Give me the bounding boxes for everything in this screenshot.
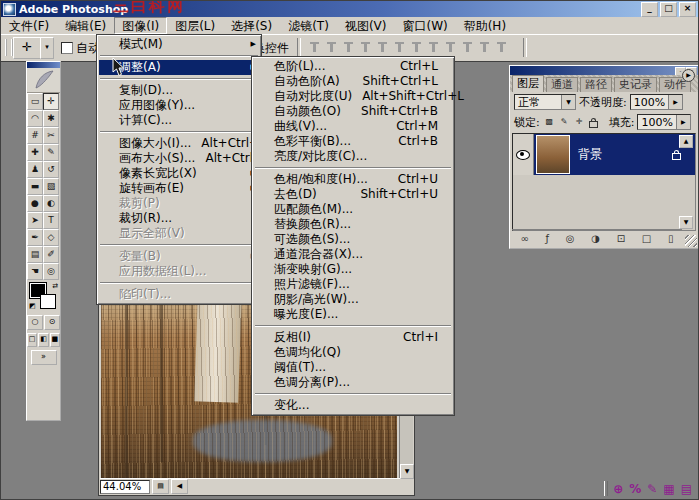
menu-item[interactable]: 画布大小(S)... Alt+Ctrl+C ▶ — [99, 151, 259, 166]
tool-preset-button[interactable]: ✛ — [13, 37, 41, 59]
menu-item[interactable]: 曝光度(E)... ▶ — [254, 307, 452, 322]
layer-mask-icon[interactable]: ◎ — [566, 233, 575, 244]
background-color-swatch[interactable] — [40, 294, 56, 309]
lasso-tool[interactable]: ◠ — [27, 110, 43, 127]
menu-item[interactable]: 匹配颜色(M)... ▶ — [254, 202, 452, 217]
palette-tab[interactable]: 图层 — [512, 75, 544, 92]
menu-item[interactable]: 色调均化(Q) ▶ — [254, 345, 452, 360]
visibility-cell[interactable] — [513, 134, 534, 175]
soft-keyboard-icon[interactable]: ▦ — [663, 482, 674, 496]
hand-tool[interactable]: ☚ — [27, 263, 43, 280]
menu-item[interactable]: 应用图像(Y)... ▶ — [99, 98, 259, 113]
menu-item[interactable]: 色相/饱和度(H)... Ctrl+U ▶ — [254, 172, 452, 187]
menu-item[interactable]: 去色(D) Shift+Ctrl+U ▶ — [254, 187, 452, 202]
palette-tab[interactable]: 史记录 — [614, 77, 657, 92]
spinner-icon[interactable]: ▶ — [668, 95, 682, 109]
menu-item[interactable]: 阈值(T)... ▶ — [254, 360, 452, 375]
menu-item[interactable]: 替换颜色(R)... ▶ — [254, 217, 452, 232]
menu-item[interactable]: 变化... ▶ — [254, 398, 452, 413]
palette-tab[interactable]: 路径 — [580, 77, 612, 92]
language-options-icon[interactable]: ▤ — [681, 482, 692, 496]
swap-colors-icon[interactable]: ⇄ — [52, 282, 58, 290]
distribute-bottom-edges-icon[interactable] — [443, 38, 458, 56]
menu-item[interactable]: ▶ — [100, 78, 258, 80]
menu-item[interactable]: 变量(B) ▶ — [99, 249, 259, 264]
list-scroll-up[interactable]: ▲ — [679, 135, 693, 148]
delete-layer-icon[interactable]: ▯ — [668, 233, 674, 244]
menu-item[interactable]: 图像大小(I)... Alt+Ctrl+I ▶ — [99, 136, 259, 151]
menu-item[interactable]: 可选颜色(S)... ▶ — [254, 232, 452, 247]
menubar-item[interactable]: 视图(V) — [337, 17, 395, 34]
menu-item[interactable]: 亮度/对比度(C)... ▶ — [254, 149, 452, 164]
menubar-item[interactable]: 图像(I) — [114, 17, 167, 34]
menu-item[interactable]: ▶ — [255, 167, 451, 169]
lock-move-icon[interactable]: ✛ — [573, 116, 586, 129]
standard-mode-button[interactable]: ○ — [27, 315, 43, 330]
adjustment-layer-icon[interactable]: ◑ — [591, 233, 600, 244]
pen-tool[interactable]: ✒ — [27, 229, 43, 246]
menu-item[interactable]: ▶ — [100, 282, 258, 284]
spinner-icon[interactable]: ▶ — [676, 115, 690, 129]
brush-tool[interactable]: ✎ — [43, 144, 59, 161]
notes-tool[interactable]: ▤ — [27, 246, 43, 263]
menu-item[interactable]: 裁剪(P) ▶ — [99, 196, 259, 211]
blend-mode-select[interactable]: 正常 ▼ — [514, 94, 576, 110]
lock-paint-icon[interactable]: ✎ — [558, 116, 571, 129]
menu-item[interactable]: 色彩平衡(B)... Ctrl+B ▶ — [254, 134, 452, 149]
healing-brush-tool[interactable]: ✚ — [27, 144, 43, 161]
list-scroll-down[interactable]: ▼ — [679, 216, 693, 229]
align-left-edges-icon[interactable] — [358, 38, 373, 56]
blur-tool[interactable]: ● — [27, 195, 43, 212]
layer-group-icon[interactable]: ⊡ — [617, 233, 625, 244]
menubar-item[interactable]: 滤镜(T) — [280, 17, 337, 34]
menu-item[interactable]: 色阶(L)... Ctrl+L ▶ — [254, 59, 452, 74]
slice-tool[interactable]: ✂ — [43, 127, 59, 144]
distribute-horizontal-centers-icon[interactable] — [477, 38, 492, 56]
menubar-item[interactable]: 窗口(W) — [394, 17, 455, 34]
menubar-item[interactable]: 选择(S) — [223, 17, 280, 34]
palette-titlebar[interactable]: - × — [510, 66, 698, 75]
fill-field[interactable]: 100% ▶ — [637, 114, 690, 130]
rectangular-marquee-tool[interactable]: ▭ — [27, 93, 43, 110]
palette-resize-grip[interactable] — [685, 235, 697, 247]
menu-item[interactable]: 色调分离(P)... ▶ — [254, 375, 452, 390]
tool-preset-dropdown[interactable]: ▾ — [40, 37, 54, 59]
close-button[interactable]: × — [679, 2, 696, 17]
menubar-item[interactable]: 图层(L) — [167, 17, 223, 34]
dodge-tool[interactable]: ◐ — [43, 195, 59, 212]
options-grip[interactable] — [5, 39, 13, 56]
jump-to-imageready-button[interactable]: » — [31, 350, 57, 365]
distribute-right-edges-icon[interactable] — [494, 38, 509, 56]
menu-item[interactable]: 自动对比度(U) Alt+Shift+Ctrl+L ▶ — [254, 89, 452, 104]
menu-item[interactable]: ▶ — [100, 131, 258, 133]
menu-item[interactable]: 应用数据组(L)... ▶ — [99, 264, 259, 279]
quick-mask-mode-button[interactable]: ⊙ — [44, 315, 60, 330]
align-horizontal-centers-icon[interactable] — [375, 38, 390, 56]
eraser-tool[interactable]: ▬ — [27, 178, 43, 195]
distribute-top-edges-icon[interactable] — [409, 38, 424, 56]
menubar-item[interactable]: 文件(F) — [1, 17, 57, 34]
menu-item[interactable]: 自动色阶(A) Shift+Ctrl+L ▶ — [254, 74, 452, 89]
history-brush-tool[interactable]: ↺ — [43, 161, 59, 178]
zoom-level-field[interactable]: 44.04% — [100, 480, 150, 494]
distribute-left-edges-icon[interactable] — [460, 38, 475, 56]
standard-screen-mode-button[interactable]: □ — [27, 333, 37, 347]
layer-row-background[interactable]: 背景 — [513, 134, 695, 175]
crop-tool[interactable]: # — [27, 127, 43, 144]
align-bottom-edges-icon[interactable] — [341, 38, 356, 56]
palette-tab[interactable]: 通道 — [546, 77, 578, 92]
align-vertical-centers-icon[interactable] — [324, 38, 339, 56]
chevron-down-icon[interactable]: ▼ — [561, 95, 575, 109]
new-layer-icon[interactable]: □ — [642, 233, 651, 244]
zoom-tool[interactable]: ◎ — [43, 263, 59, 280]
menu-item[interactable]: 渐变映射(G)... ▶ — [254, 262, 452, 277]
punctuation-toggle-icon[interactable]: ✎ — [647, 482, 657, 496]
align-right-edges-icon[interactable] — [392, 38, 407, 56]
auto-select-checkbox[interactable] — [61, 42, 73, 54]
menu-item[interactable]: 阴影/高光(W)... ▶ — [254, 292, 452, 307]
ime-indicator-icon[interactable]: ⊕ — [613, 482, 623, 496]
link-layers-icon[interactable]: ∞ — [520, 233, 528, 244]
align-top-edges-icon[interactable] — [307, 38, 322, 56]
minimize-button[interactable]: _ — [641, 2, 658, 17]
menu-item[interactable]: ▶ — [100, 244, 258, 246]
